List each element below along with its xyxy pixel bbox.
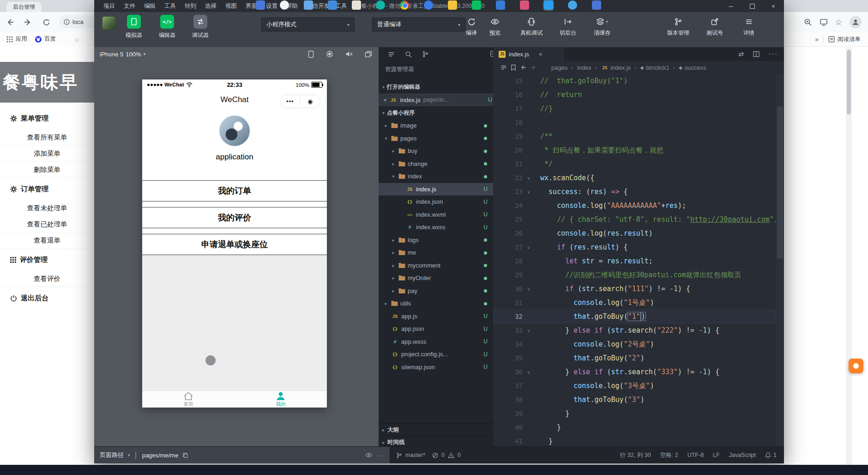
details-button[interactable]: 详情 [734,16,764,37]
taskbar-app-icon[interactable] [496,0,505,10]
tree-folder-me[interactable]: ▸me [379,246,493,259]
breadcrumb-item[interactable]: pages [551,64,567,71]
admin-item[interactable]: 添加菜单 [0,146,94,162]
zoom-icon[interactable] [804,18,812,26]
fold-icon[interactable]: ∨ [523,370,535,375]
tree-folder-change[interactable]: ▸change [379,158,493,171]
indentation[interactable]: 空格: 2 [660,451,678,459]
split-editor-icon[interactable] [753,51,760,57]
reading-list-button[interactable]: 阅读清单 [828,36,868,43]
tree-file-sitemap.json[interactable]: {}sitemap.jsonU [379,361,493,374]
menu-item-6[interactable]: 视图 [225,2,237,10]
tree-file-app.wxss[interactable]: #app.wxssU [379,335,493,348]
explorer-list-icon[interactable] [388,51,395,58]
tree-folder-index[interactable]: ▾index [379,170,493,183]
language-mode[interactable]: JavaScript [729,452,756,458]
bookmark-baidu[interactable]: 百度 [35,35,56,43]
preview-button[interactable]: 预览 [480,16,510,37]
taskbar-app-icon[interactable] [280,0,289,10]
close-button[interactable]: × [763,0,784,12]
more-actions-icon[interactable]: ··· [769,50,778,58]
menu-item-5[interactable]: 选择 [205,2,217,10]
code-line-40[interactable]: 40 } [493,420,776,434]
maximize-button[interactable] [741,0,763,12]
taskbar-app-icon[interactable] [424,0,433,10]
code-line-30[interactable]: 30∨ if (str.search("111") != -1) { [493,282,776,296]
admin-item[interactable]: 查看已处理单 [0,216,94,232]
git-branch-icon[interactable] [422,51,429,58]
taskbar-app-icon[interactable] [592,0,601,10]
tree-file-index.js[interactable]: JSindex.jsU [379,183,493,196]
bookmark-apps[interactable]: 应用 [6,35,27,43]
code-line-28[interactable]: 28 let str = res.result; [493,254,776,268]
code-line-18[interactable]: 18 [493,116,776,129]
tree-file-index.json[interactable]: {}index.jsonU [379,195,493,208]
browser-tab[interactable]: 后台管理 [6,2,42,12]
error-count[interactable]: 0 [441,452,445,458]
fold-icon[interactable]: ∨ [523,245,535,250]
code-line-34[interactable]: 34 console.log("2号桌") [493,337,776,351]
tree-file-app.json[interactable]: {}app.jsonU [379,323,493,335]
tab-index-js[interactable]: JS index.js × [493,47,565,61]
admin-section[interactable]: 订单管理 [0,178,94,200]
record-icon[interactable] [326,50,333,58]
menu-item-2[interactable]: 编辑 [144,2,156,10]
menu-item-1[interactable]: 文件 [124,2,135,10]
tree-folder-mycomment[interactable]: ▸mycomment [379,259,493,272]
code-line-20[interactable]: 20 * 扫码点餐，如果需要扫码点餐，就把 [493,143,776,157]
admin-section[interactable]: 退出后台 [0,287,94,309]
bookmark-icon[interactable] [511,64,516,71]
page-path-value[interactable]: pages/me/me [142,452,179,459]
taskbar-app-icon[interactable] [544,0,553,10]
floating-widget[interactable] [849,359,863,373]
fold-icon[interactable]: ∨ [523,176,535,181]
user-avatar[interactable] [102,17,115,30]
breadcrumb-item[interactable]: JSindex.js [601,64,631,71]
code-line-26[interactable]: 26 console.log(res.result) [493,226,776,240]
editor-toggle-button[interactable]: </> 编辑器 [152,14,182,39]
admin-section[interactable]: 菜单管理 [0,107,94,129]
page-path-label[interactable]: 页面路径 [100,451,124,459]
taskbar-app-icon[interactable] [376,0,385,10]
tree-folder-utils[interactable]: ▸utils [379,297,493,310]
code-line-16[interactable]: 16// return [493,88,776,102]
code-line-41[interactable]: 41 } [493,434,776,446]
mode-select[interactable]: 小程序模式▾ [261,18,355,31]
debugger-toggle-button[interactable]: 调试器 [186,14,215,39]
tree-folder-image[interactable]: ▸image [379,119,493,132]
close-icon[interactable]: × [539,51,542,58]
version-control-button[interactable]: 版本管理 [663,16,693,37]
browser-refresh-button[interactable] [41,17,52,28]
tree-file-project.config.js...[interactable]: {}project.config.js...U [379,348,493,361]
site-info-icon[interactable] [64,19,70,25]
code-line-25[interactable]: 25 // { charSet: "utf-8", result: "http:… [493,213,776,226]
favorite-star-icon[interactable]: ☆ [835,18,842,27]
cursor-position[interactable]: 行 32, 列 30 [620,451,651,459]
taskbar-app-icon[interactable] [400,0,409,10]
more-menu-button[interactable]: ••• [280,98,300,105]
code-line-33[interactable]: 33∨ } else if (str.search("222") != -1) … [493,323,776,337]
code-line-19[interactable]: 19/** [493,129,776,143]
outline-section[interactable]: ▸ 大纲 [379,423,497,436]
code-line-37[interactable]: 37 console.log("3号桌") [493,379,776,393]
tree-folder-myOrder[interactable]: ▸myOrder [379,272,493,285]
browser-back-button[interactable] [5,17,16,28]
simulator-toggle-button[interactable]: 模拟器 [119,14,149,39]
notifications[interactable]: 1 [765,452,777,458]
sync-icon[interactable]: ⇄ [738,50,744,58]
admin-item[interactable]: 查看评价 [0,271,94,287]
admin-item[interactable]: 查看所有菜单 [0,129,94,146]
tree-folder-buy[interactable]: ▸buy [379,145,493,158]
project-section-header[interactable]: ▾ 点餐小程序 [379,106,497,119]
tree-folder-pages[interactable]: ▾pages [379,132,493,145]
breadcrumb-item[interactable]: index [577,64,591,71]
browser-scrollbar-thumb[interactable] [847,50,851,115]
bookmark-star-icon[interactable]: ☆ [74,36,80,43]
taskbar-app-icon[interactable] [472,0,481,10]
breadcrumb-item[interactable]: ◈success [679,64,706,71]
minimize-capsule-button[interactable]: ◉ [301,98,320,105]
close-icon[interactable]: × [383,97,387,104]
code-line-15[interactable]: 15// that.goToBuy("1") [493,74,776,88]
navigate-forward-icon[interactable] [530,65,536,70]
outline-icon[interactable] [500,64,507,71]
